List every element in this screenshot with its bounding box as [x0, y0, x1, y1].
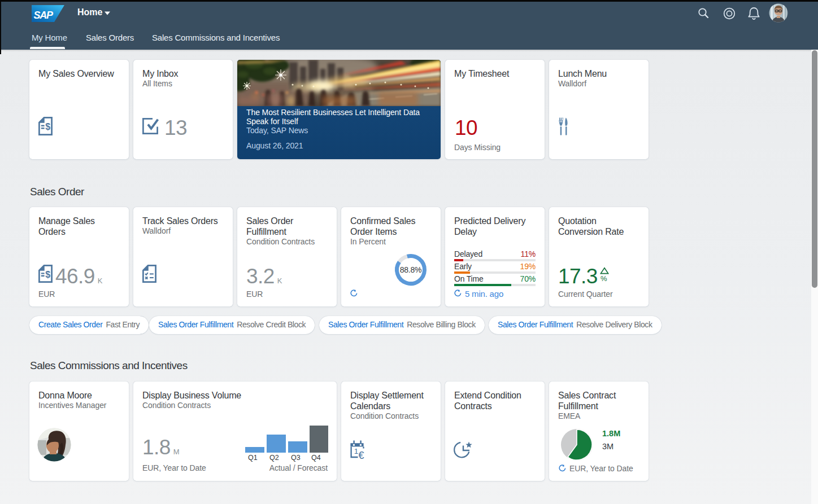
svg-text:SAP: SAP [34, 10, 54, 21]
svg-text:€: € [359, 450, 364, 459]
svg-text:88.8%: 88.8% [400, 265, 422, 274]
svg-text:$: $ [45, 270, 50, 279]
svg-text:1: 1 [354, 447, 359, 455]
svg-text:$: $ [45, 122, 50, 132]
